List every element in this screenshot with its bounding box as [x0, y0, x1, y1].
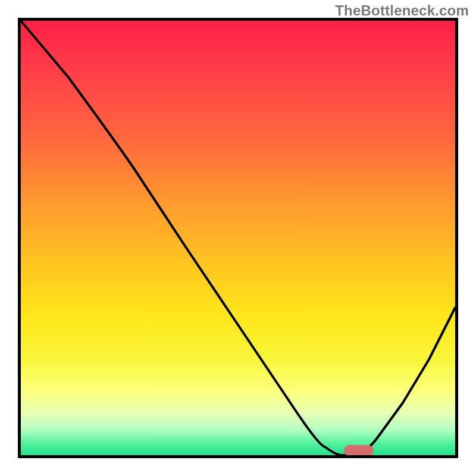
bottleneck-curve-svg: [21, 21, 455, 455]
chart-stage: TheBottleneck.com: [0, 0, 476, 476]
plot-area: [18, 18, 458, 458]
optimal-marker-icon: [344, 445, 374, 456]
watermark-text: TheBottleneck.com: [335, 2, 469, 19]
bottleneck-curve-path: [21, 21, 455, 455]
